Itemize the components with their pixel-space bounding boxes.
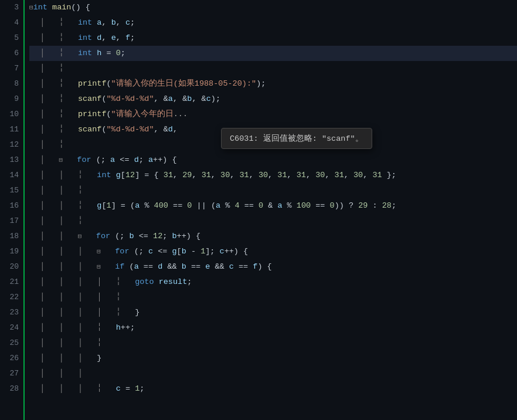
collapse-icon-19[interactable]: ⊟ [97,248,101,255]
tooltip-text: C6031: 返回值被忽略: "scanf"。 [230,134,363,143]
line-num-19: 19 [0,244,19,259]
line-num-17: 17 [0,214,19,229]
line-num-8: 8 [0,76,19,92]
code-line-22: │ │ │ │ ╎ [29,290,517,305]
code-line-28: │ │ │ ╎ c = 1; [29,381,517,397]
line-num-11: 11 [0,122,19,137]
line-num-26: 26 [0,351,19,366]
code-editor: 3 4 5 6 7 8 9 10 11 12 13 14 15 16 17 18… [0,0,517,420]
line-num-25: 25 [0,336,19,351]
code-line-10: │ ╎ printf("请输入今年的日... [29,107,517,122]
code-line-5: │ ╎ int d, e, f; [29,31,517,46]
code-line-19: │ │ │ ⊟ for (; c <= g[b - 1]; c++) { [29,244,517,259]
code-line-13: │ ⊟ for (; a <= d; a++) { [29,153,517,168]
line-num-27: 27 [0,366,19,381]
code-line-3: ⊟int main() { [29,0,517,15]
line-num-12: 12 [0,137,19,153]
code-line-9: │ ╎ scanf("%d-%d-%d", &a, &b, &c); [29,92,517,107]
code-content: ⊟int main() { │ ╎ int a, b, c; │ ╎ int d… [25,0,517,420]
line-num-3: 3 [0,0,19,15]
line-num-9: 9 [0,92,19,107]
line-num-13: 13 [0,153,19,168]
line-num-6: 6 [0,46,19,61]
line-num-7: 7 [0,61,19,76]
collapse-icon-18[interactable]: ⊟ [78,233,82,240]
code-line-20: │ │ │ ⊟ if (a == d && b == e && c == f) … [29,259,517,275]
line-num-18: 18 [0,229,19,244]
line-num-23: 23 [0,305,19,320]
line-num-4: 4 [0,15,19,31]
diagnostic-tooltip: C6031: 返回值被忽略: "scanf"。 [221,128,372,149]
code-line-14: │ │ ╎ int g[12] = { 31, 29, 31, 30, 31, … [29,168,517,183]
code-line-17: │ │ ╎ [29,214,517,229]
line-num-20: 20 [0,259,19,275]
code-line-4: │ ╎ int a, b, c; [29,15,517,31]
code-line-26: │ │ │ } [29,351,517,366]
collapse-icon-20[interactable]: ⊟ [97,263,101,270]
code-line-27: │ │ │ [29,366,517,381]
code-line-15: │ │ ╎ [29,183,517,198]
code-line-8: │ ╎ printf("请输入你的生日(如果1988-05-20):"); [29,76,517,92]
line-num-24: 24 [0,320,19,336]
line-num-21: 21 [0,275,19,290]
line-num-28: 28 [0,381,19,397]
code-line-23: │ │ │ │ ╎ } [29,305,517,320]
line-num-22: 22 [0,290,19,305]
code-line-24: │ │ │ ╎ h++; [29,320,517,336]
code-lines: ⊟int main() { │ ╎ int a, b, c; │ ╎ int d… [25,0,517,397]
line-num-5: 5 [0,31,19,46]
collapse-icon-13[interactable]: ⊟ [59,157,63,164]
code-line-6: │ ╎ int h = 0; [29,46,517,61]
line-num-16: 16 [0,198,19,214]
code-line-25: │ │ │ ╎ [29,336,517,351]
collapse-icon-3[interactable]: ⊟ [29,4,33,11]
line-num-15: 15 [0,183,19,198]
code-line-21: │ │ │ │ ╎ goto result; [29,275,517,290]
line-num-14: 14 [0,168,19,183]
code-line-18: │ │ ⊟ for (; b <= 12; b++) { [29,229,517,244]
code-line-16: │ │ ╎ g[1] = (a % 400 == 0 || (a % 4 == … [29,198,517,214]
line-numbers: 3 4 5 6 7 8 9 10 11 12 13 14 15 16 17 18… [0,0,25,420]
code-line-7: │ ╎ [29,61,517,76]
line-num-10: 10 [0,107,19,122]
